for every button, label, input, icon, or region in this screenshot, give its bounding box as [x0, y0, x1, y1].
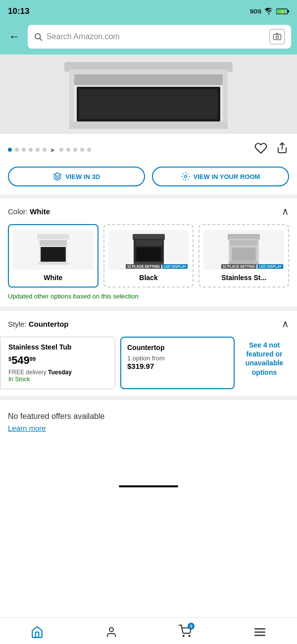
- svg-rect-19: [40, 240, 67, 246]
- style-collapse-icon[interactable]: ∧: [282, 318, 289, 330]
- svg-point-35: [109, 628, 113, 632]
- no-offers-text: No featured offers available: [8, 412, 289, 421]
- dot-2[interactable]: [15, 148, 19, 152]
- color-option-black[interactable]: 12 PLACE SETTING LED DISPLAY Black: [103, 224, 194, 288]
- updated-notice: Updated other options based on this sele…: [8, 293, 289, 300]
- dot-play[interactable]: ▶: [50, 146, 56, 153]
- stainless-tub-stock: In Stock: [8, 376, 109, 383]
- svg-rect-21: [42, 248, 65, 261]
- dot-10[interactable]: [80, 148, 84, 152]
- color-selected: White: [30, 207, 50, 216]
- account-icon: [105, 626, 117, 639]
- section-divider-1: [0, 194, 297, 198]
- nav-account-button[interactable]: [98, 624, 125, 641]
- color-collapse-icon[interactable]: ∧: [282, 205, 289, 217]
- wifi-icon: [264, 8, 273, 15]
- countertop-price: $319.97: [127, 362, 228, 370]
- section-divider-3: [0, 396, 297, 400]
- action-icons: [253, 141, 289, 159]
- dot-5[interactable]: [36, 148, 40, 152]
- countertop-title: Countertop: [127, 344, 228, 351]
- nav-home-button[interactable]: [23, 624, 51, 641]
- search-placeholder: Search Amazon.com: [47, 32, 265, 41]
- stainless-tub-title: Stainless Steel Tub: [8, 343, 109, 351]
- view-room-label: VIEW IN YOUR ROOM: [194, 173, 260, 180]
- view-3d-label: VIEW IN 3D: [65, 173, 100, 180]
- learn-more-link[interactable]: Learn more: [8, 424, 46, 432]
- svg-rect-31: [230, 240, 257, 246]
- svg-rect-6: [274, 35, 281, 40]
- style-selected: Countertop: [29, 320, 69, 328]
- svg-point-7: [276, 36, 278, 38]
- style-section: Style: Countertop ∧ Stainless Steel Tub …: [0, 311, 297, 396]
- color-white-img: [13, 230, 94, 270]
- dot-9[interactable]: [73, 148, 77, 152]
- svg-text:⚡: ⚡: [280, 9, 285, 15]
- dots-row: ▶: [0, 134, 297, 164]
- product-image-area: [0, 55, 297, 134]
- product-image: [45, 57, 252, 134]
- color-stainless-img-wrap: 12 PLACE SETTING LED DISPLAY: [203, 230, 284, 270]
- dot-4[interactable]: [29, 148, 33, 152]
- nav-menu-button[interactable]: [246, 624, 274, 641]
- stainless-tub-price: $54999: [8, 354, 109, 367]
- dot-11[interactable]: [87, 148, 91, 152]
- bottom-nav: 0: [0, 617, 297, 644]
- status-time: 10:13: [8, 6, 29, 16]
- view-room-button[interactable]: VIEW IN YOUR ROOM: [152, 167, 289, 186]
- search-box[interactable]: Search Amazon.com: [28, 25, 291, 49]
- color-black-img-wrap: 12 PLACE SETTING LED DISPLAY: [108, 230, 189, 270]
- see-more-link[interactable]: See 4 not featured or unavailable option…: [240, 337, 289, 389]
- dot-1[interactable]: [8, 148, 12, 152]
- stainless-tub-delivery: FREE delivery Tuesday: [8, 369, 109, 376]
- dot-3[interactable]: [22, 148, 26, 152]
- home-indicator: [119, 485, 178, 487]
- svg-rect-1: [288, 10, 289, 12]
- heart-icon: [254, 142, 267, 155]
- address-bar: ← Search Amazon.com: [0, 22, 297, 55]
- color-white-label: White: [44, 274, 62, 282]
- style-options: Stainless Steel Tub $54999 FREE delivery…: [8, 337, 289, 389]
- search-icon: [34, 32, 43, 41]
- svg-point-36: [183, 636, 184, 637]
- svg-rect-11: [74, 74, 223, 85]
- view-buttons-row: VIEW IN 3D VIEW IN YOUR ROOM: [0, 164, 297, 194]
- wishlist-button[interactable]: [253, 141, 268, 159]
- image-dots: ▶: [8, 146, 91, 153]
- cart-badge: 0: [188, 623, 195, 630]
- color-options: White 12 PLACE SETTING LED DISPLAY: [8, 224, 289, 288]
- color-section: Color: White ∧ White: [0, 198, 297, 307]
- color-section-header: Color: White ∧: [8, 205, 289, 217]
- color-black-label: Black: [139, 274, 157, 282]
- color-option-stainless[interactable]: 12 PLACE SETTING LED DISPLAY Stainless S…: [198, 224, 289, 288]
- dot-8[interactable]: [66, 148, 70, 152]
- dot-7[interactable]: [59, 148, 63, 152]
- color-stainless-label: Stainless St...: [221, 274, 266, 282]
- color-label: Color: White: [8, 207, 50, 216]
- section-divider-2: [0, 307, 297, 311]
- style-card-countertop[interactable]: Countertop 1 option from $319.97: [120, 337, 235, 389]
- countertop-from: 1 option from: [127, 354, 228, 362]
- nav-cart-button[interactable]: 0: [171, 623, 199, 641]
- dot-6[interactable]: [43, 148, 47, 152]
- back-button[interactable]: ←: [6, 29, 23, 44]
- view-3d-button[interactable]: VIEW IN 3D: [8, 167, 145, 186]
- svg-rect-27: [137, 248, 160, 261]
- no-offers-section: No featured offers available Learn more: [0, 400, 297, 438]
- svg-rect-14: [69, 121, 228, 129]
- style-card-stainless-tub[interactable]: Stainless Steel Tub $54999 FREE delivery…: [0, 337, 115, 389]
- sos-icon: SOS: [250, 8, 261, 14]
- svg-point-16: [184, 176, 187, 178]
- share-icon: [276, 142, 288, 155]
- camera-icon: [273, 32, 282, 41]
- battery-icon: ⚡: [276, 8, 289, 15]
- status-icons: SOS ⚡: [250, 8, 289, 15]
- share-button[interactable]: [275, 141, 289, 159]
- cart-wrapper: 0: [179, 625, 192, 639]
- svg-point-37: [189, 636, 190, 637]
- color-option-white[interactable]: White: [8, 224, 99, 288]
- svg-rect-13: [79, 89, 218, 119]
- camera-button[interactable]: [269, 29, 285, 45]
- style-label: Style: Countertop: [8, 320, 69, 328]
- svg-rect-25: [135, 240, 162, 246]
